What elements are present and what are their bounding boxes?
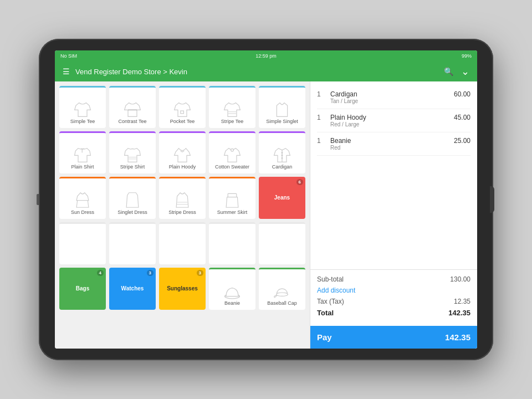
product-jeans[interactable]: 6 Jeans bbox=[259, 177, 305, 219]
product-plain-shirt[interactable]: Plain Shirt bbox=[59, 131, 106, 173]
svg-point-10 bbox=[282, 155, 283, 156]
cart-item-qty: 1 bbox=[317, 114, 326, 121]
product-plain-hoody[interactable]: Plain Hoody bbox=[159, 131, 206, 173]
product-row-4 bbox=[59, 222, 305, 264]
tax-label: Tax (Tax) bbox=[317, 298, 344, 305]
svg-point-9 bbox=[282, 152, 283, 154]
empty-tile-2 bbox=[109, 222, 156, 264]
product-baseball-cap[interactable]: Baseball Cap bbox=[259, 268, 305, 310]
product-badge: 3 bbox=[197, 270, 203, 276]
product-badge: 4 bbox=[97, 270, 104, 276]
volume-button[interactable] bbox=[37, 194, 39, 205]
tax-row: Tax (Tax) 12.35 bbox=[317, 298, 470, 305]
total-label: Total bbox=[317, 309, 334, 317]
empty-tile-5 bbox=[259, 222, 305, 264]
cart-item-price: 25.00 bbox=[454, 137, 470, 145]
product-label: Pocket Tee bbox=[170, 119, 195, 125]
subtotal-value: 130.00 bbox=[450, 275, 470, 283]
cart-item-details: Cardigan Tan / Large bbox=[330, 90, 454, 104]
cart-item-name: Cardigan bbox=[330, 90, 454, 98]
product-label: Stripe Shirt bbox=[120, 164, 145, 170]
product-contrast-tee[interactable]: Contrast Tee bbox=[109, 86, 156, 128]
svg-point-7 bbox=[231, 149, 234, 152]
pay-amount: 142.35 bbox=[445, 332, 470, 342]
product-simple-singlet[interactable]: Simple Singlet bbox=[259, 86, 305, 128]
power-button[interactable] bbox=[490, 186, 494, 213]
product-sun-dress[interactable]: Sun Dress bbox=[59, 177, 106, 219]
product-label: Cardigan bbox=[272, 164, 293, 170]
product-sunglasses[interactable]: 3 Sunglasses bbox=[159, 268, 206, 310]
product-row-5: 4 Bags 3 Watches 3 Sunglasses bbox=[59, 268, 305, 310]
product-label: Cotton Sweater bbox=[215, 164, 249, 170]
product-pocket-tee[interactable]: Pocket Tee bbox=[159, 86, 206, 128]
carrier-info: No SIM bbox=[60, 53, 77, 59]
cart-item[interactable]: 1 Cardigan Tan / Large 60.00 bbox=[317, 86, 470, 109]
product-stripe-tee[interactable]: Stripe Tee bbox=[209, 86, 255, 128]
product-row-1: Simple Tee Contrast Tee bbox=[59, 86, 305, 128]
product-label: Watches bbox=[121, 285, 144, 292]
discount-label: Add discount bbox=[317, 287, 355, 294]
product-summer-skirt[interactable]: Summer Skirt bbox=[209, 177, 255, 219]
add-discount-row[interactable]: Add discount bbox=[317, 287, 470, 294]
product-stripe-dress[interactable]: Stripe Dress bbox=[159, 177, 206, 219]
product-simple-tee[interactable]: Simple Tee bbox=[59, 86, 106, 128]
cart-footer: Sub-total 130.00 Add discount Tax (Tax) … bbox=[310, 269, 477, 326]
cart-item-name: Plain Hoody bbox=[330, 114, 454, 121]
svg-rect-14 bbox=[228, 194, 237, 197]
product-label: Simple Singlet bbox=[266, 119, 298, 125]
product-label: Summer Skirt bbox=[217, 209, 248, 216]
product-label: Bags bbox=[76, 285, 89, 292]
tax-value: 12.35 bbox=[454, 298, 470, 305]
nav-icons: 🔍 ⌄ bbox=[444, 65, 469, 78]
tablet-screen: No SIM 12:59 pm 99% ☰ Vend Register Demo… bbox=[55, 50, 477, 349]
cart-item-price: 45.00 bbox=[454, 114, 470, 121]
cart-item-variant: Tan / Large bbox=[330, 98, 454, 104]
subtotal-label: Sub-total bbox=[317, 275, 344, 283]
cart-item[interactable]: 1 Beanie Red 25.00 bbox=[317, 132, 470, 156]
cart-item-variant: Red / Large bbox=[330, 121, 454, 127]
top-nav-bar: ☰ Vend Register Demo Store > Kevin 🔍 ⌄ bbox=[55, 62, 477, 81]
chevron-down-icon[interactable]: ⌄ bbox=[461, 65, 469, 78]
cart-item-price: 60.00 bbox=[454, 90, 470, 98]
product-label: Simple Tee bbox=[70, 119, 95, 125]
svg-point-17 bbox=[277, 293, 288, 296]
cart-item-qty: 1 bbox=[317, 137, 326, 145]
svg-point-11 bbox=[282, 157, 283, 158]
battery-info: 99% bbox=[462, 53, 472, 59]
empty-tile-1 bbox=[59, 222, 106, 264]
product-bags[interactable]: 4 Bags bbox=[59, 268, 106, 310]
cart-item[interactable]: 1 Plain Hoody Red / Large 45.00 bbox=[317, 109, 470, 132]
search-icon[interactable]: 🔍 bbox=[444, 67, 453, 76]
product-label: Plain Shirt bbox=[71, 164, 94, 170]
total-value: 142.35 bbox=[448, 309, 470, 317]
product-watches[interactable]: 3 Watches bbox=[109, 268, 156, 310]
status-bar: No SIM 12:59 pm 99% bbox=[55, 50, 477, 62]
product-beanie[interactable]: Beanie bbox=[209, 268, 255, 310]
cart-panel: 1 Cardigan Tan / Large 60.00 1 Plain Hoo… bbox=[310, 81, 477, 349]
empty-tile-4 bbox=[209, 222, 255, 264]
product-stripe-shirt[interactable]: Stripe Shirt bbox=[109, 131, 156, 173]
product-cardigan[interactable]: Cardigan bbox=[259, 131, 305, 173]
cart-item-qty: 1 bbox=[317, 90, 326, 98]
subtotal-row: Sub-total 130.00 bbox=[317, 275, 470, 283]
menu-icon[interactable]: ☰ bbox=[63, 67, 70, 76]
product-label: Contrast Tee bbox=[119, 119, 147, 125]
cart-item-name: Beanie bbox=[330, 137, 454, 145]
empty-tile-3 bbox=[159, 222, 206, 264]
product-row-2: Plain Shirt Stripe Shirt bbox=[59, 131, 305, 173]
product-grid: Simple Tee Contrast Tee bbox=[55, 81, 310, 349]
product-badge: 6 bbox=[296, 179, 303, 185]
product-label: Beanie bbox=[224, 300, 240, 306]
pay-button[interactable]: Pay 142.35 bbox=[310, 326, 477, 349]
product-label: Stripe Dress bbox=[168, 209, 196, 216]
tablet-device: No SIM 12:59 pm 99% ☰ Vend Register Demo… bbox=[39, 39, 493, 360]
product-cotton-sweater[interactable]: Cotton Sweater bbox=[209, 131, 255, 173]
product-singlet-dress[interactable]: Singlet Dress bbox=[109, 177, 156, 219]
cart-item-details: Plain Hoody Red / Large bbox=[330, 114, 454, 127]
product-badge: 3 bbox=[147, 270, 154, 276]
product-label: Plain Hoody bbox=[169, 164, 196, 170]
product-label: Sunglasses bbox=[167, 285, 198, 292]
product-label: Baseball Cap bbox=[267, 300, 297, 306]
clock: 12:59 pm bbox=[255, 53, 277, 59]
cart-item-variant: Red bbox=[330, 145, 454, 151]
